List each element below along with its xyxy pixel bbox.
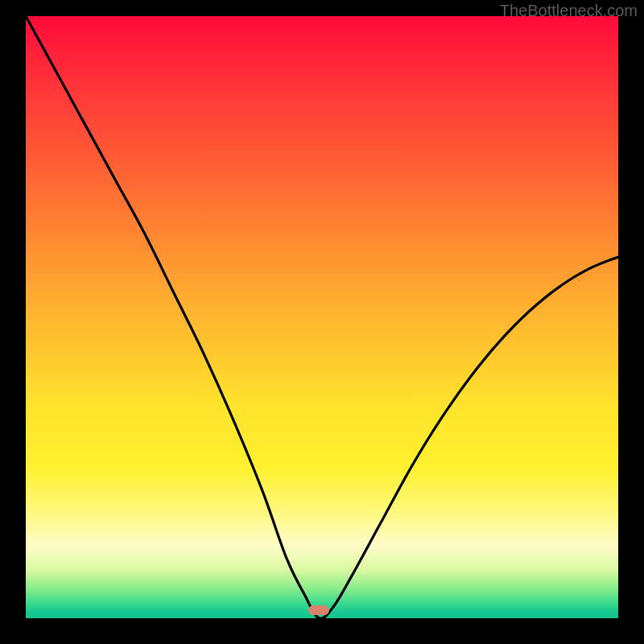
bottleneck-curve [26, 16, 618, 618]
plot-area [26, 16, 618, 618]
chart-frame: TheBottleneck.com [0, 0, 644, 644]
watermark-text: TheBottleneck.com [500, 2, 638, 20]
optimum-marker [308, 605, 329, 615]
